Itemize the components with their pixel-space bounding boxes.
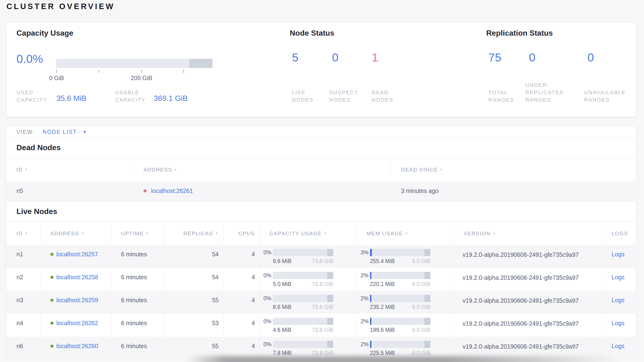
usable-capacity-label: USABLE CAPACITY xyxy=(115,89,146,104)
node-mem-usage: 2% 220.1 MiB8.0 GiB xyxy=(357,268,454,291)
col-header-cpus: CPUS xyxy=(224,222,260,245)
node-id: n3 xyxy=(6,291,41,314)
sort-desc-icon: ▼ xyxy=(405,232,408,235)
sort-desc-icon: ▼ xyxy=(324,232,327,235)
logs-link[interactable]: Logs xyxy=(612,297,624,303)
dead-node-id: n5 xyxy=(6,181,134,202)
capacity-bar xyxy=(273,295,333,302)
chevron-down-icon[interactable]: ▼ xyxy=(82,130,87,135)
node-logs: Logs xyxy=(602,245,636,268)
replication-status-title: Replication Status xyxy=(486,29,553,38)
dead-node-address-link[interactable]: localhost:26261 xyxy=(151,188,193,194)
node-address-link[interactable]: localhost:26262 xyxy=(56,320,98,326)
node-address: localhost:26262 xyxy=(41,314,112,337)
node-mem-usage: 2% 199.6 MiB8.0 GiB xyxy=(357,314,454,337)
view-selector-dropdown[interactable]: NODE LIST xyxy=(42,129,77,135)
mem-bar xyxy=(370,295,430,302)
node-version: v19.2.0-alpha.20190606-2491-gfe735c9a97 xyxy=(454,268,602,291)
node-logs: Logs xyxy=(602,291,636,314)
node-cpus: 4 xyxy=(224,314,260,337)
live-status-dot xyxy=(50,344,54,348)
dead-node-dead-since: 3 minutes ago xyxy=(391,181,636,202)
node-logs: Logs xyxy=(602,314,636,337)
node-capacity-usage: 0% 9.6 MiB73.8 GiB xyxy=(260,245,357,268)
capacity-usage-bar xyxy=(56,59,212,68)
used-capacity-label: USED CAPACITY xyxy=(16,89,47,104)
node-id: n4 xyxy=(6,314,41,337)
node-capacity-usage: 0% 8.6 MiB73.8 GiB xyxy=(260,291,357,314)
col-header-mem-usage[interactable]: MEM USAGE▼ xyxy=(357,222,454,245)
capacity-bar-axis xyxy=(56,69,212,73)
dead-nodes-label: DEAD NODES xyxy=(372,89,393,104)
live-status-dot xyxy=(50,276,54,279)
node-uptime: 6 minutes xyxy=(112,245,164,268)
node-version: v19.2.0-alpha.20190606-2491-gfe735c9a97 xyxy=(454,291,602,314)
col-header-replicas[interactable]: REPLICAS▼ xyxy=(164,222,224,245)
sort-desc-icon: ▼ xyxy=(492,232,496,235)
capacity-used-percent: 0.0% xyxy=(16,52,43,66)
node-address-link[interactable]: localhost:26260 xyxy=(56,343,98,349)
node-uptime: 6 minutes xyxy=(112,268,164,291)
node-replicas: 53 xyxy=(164,314,224,337)
node-address-link[interactable]: localhost:26257 xyxy=(56,251,98,258)
dead-col-header-dead-since[interactable]: DEAD SINCE▼ xyxy=(391,158,636,181)
logs-link[interactable]: Logs xyxy=(612,343,624,349)
live-nodes-heading: Live Nodes xyxy=(16,207,636,216)
capacity-bar xyxy=(273,272,333,279)
capacity-bar xyxy=(273,249,333,256)
node-capacity-usage: 0% 5.0 MiB73.8 GiB xyxy=(260,268,357,291)
col-header-logs: LOGS xyxy=(602,222,636,245)
sort-desc-icon: ▼ xyxy=(81,232,84,235)
node-uptime: 6 minutes xyxy=(112,337,164,359)
logs-link[interactable]: Logs xyxy=(612,320,624,326)
total-ranges-count: 75 xyxy=(488,51,502,64)
dead-col-header-address[interactable]: ADDRESS▼ xyxy=(134,158,391,181)
axis-tick xyxy=(98,69,99,73)
node-address: localhost:26257 xyxy=(41,245,112,268)
node-cpus: 4 xyxy=(224,291,260,314)
dead-status-dot xyxy=(144,189,146,193)
node-address: localhost:26260 xyxy=(41,337,112,359)
page-title: CLUSTER OVERVIEW xyxy=(6,2,115,11)
live-nodes-count: 5 xyxy=(292,51,298,64)
node-address: localhost:26259 xyxy=(41,291,112,314)
node-replicas: 55 xyxy=(164,291,224,314)
logs-link[interactable]: Logs xyxy=(612,274,624,280)
cluster-summary-card: Capacity Usage 0.0% 0 GiB 200 GiB USED C… xyxy=(6,23,636,117)
mem-bar xyxy=(370,318,430,325)
node-address: localhost:26258 xyxy=(41,268,112,291)
view-label: VIEW: xyxy=(16,129,35,135)
logs-link[interactable]: Logs xyxy=(612,251,624,258)
sort-desc-icon: ▼ xyxy=(174,168,178,171)
under-replicated-ranges-label: UNDER- REPLICATED RANGES xyxy=(525,81,564,104)
node-address-link[interactable]: localhost:26259 xyxy=(56,297,98,303)
col-header-capacity-usage[interactable]: CAPACITY USAGE▼ xyxy=(260,222,357,245)
node-id: n2 xyxy=(6,268,41,291)
dead-node-address: localhost:26261 xyxy=(134,181,391,202)
col-header-id[interactable]: ID▼ xyxy=(6,222,41,245)
live-status-dot xyxy=(50,299,54,302)
node-id: n6 xyxy=(6,337,41,359)
node-cpus: 4 xyxy=(224,245,260,268)
node-list-card: VIEW: NODE LIST ▼ Dead Nodes ID▼ ADDRESS… xyxy=(6,126,636,358)
node-status-title: Node Status xyxy=(290,29,334,38)
col-header-address[interactable]: ADDRESS▼ xyxy=(41,222,112,245)
capacity-usage-title: Capacity Usage xyxy=(16,29,73,38)
mem-bar xyxy=(370,341,430,348)
node-id: n1 xyxy=(6,245,41,268)
node-uptime: 6 minutes xyxy=(112,291,164,314)
sort-desc-icon: ▼ xyxy=(440,168,443,171)
col-header-uptime[interactable]: UPTIME▼ xyxy=(112,222,164,245)
axis-tick-label: 200 GiB xyxy=(131,75,152,82)
sort-desc-icon: ▼ xyxy=(215,232,219,235)
axis-tick xyxy=(183,69,184,73)
suspect-nodes-label: SUSPECT NODES xyxy=(329,89,358,104)
dead-nodes-heading: Dead Nodes xyxy=(16,143,636,152)
dead-nodes-count: 1 xyxy=(372,51,378,64)
sort-desc-icon: ▼ xyxy=(24,168,28,171)
dead-col-header-id[interactable]: ID▼ xyxy=(6,158,134,181)
col-header-version[interactable]: VERSION▼ xyxy=(454,222,602,245)
node-address-link[interactable]: localhost:26258 xyxy=(56,274,98,280)
node-capacity-usage: 0% 4.6 MiB73.8 GiB xyxy=(260,314,357,337)
sort-desc-icon: ▼ xyxy=(146,232,149,235)
